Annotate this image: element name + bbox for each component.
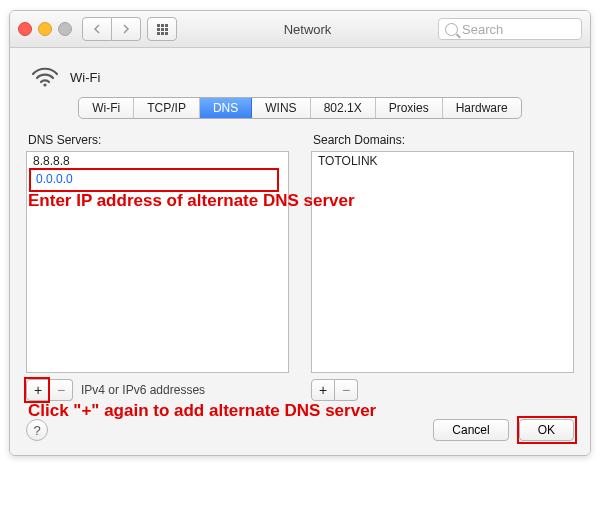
zoom-icon [58,22,72,36]
search-icon [445,23,458,36]
forward-button[interactable] [112,17,141,41]
cancel-button[interactable]: Cancel [433,419,508,441]
dns-server-row[interactable]: 8.8.8.8 [27,152,288,170]
annotation-click-add: Click "+" again to add alternate DNS ser… [28,401,376,421]
add-dns-button[interactable]: + [26,379,50,401]
window-title: Network [177,22,438,37]
footer: ? Cancel OK [26,419,574,441]
dns-servers-column: DNS Servers: 8.8.8.8 0.0.0.0 + − IPv4 or… [26,133,289,401]
network-preferences-window: Network Search Wi-Fi Wi-Fi TCP/IP DNS WI… [9,10,591,456]
remove-dns-button[interactable]: − [50,379,73,401]
wifi-icon [30,64,60,91]
dns-server-editing[interactable]: 0.0.0.0 [30,170,282,188]
dns-servers-label: DNS Servers: [28,133,289,147]
tab-8021x[interactable]: 802.1X [311,98,376,118]
close-icon[interactable] [18,22,32,36]
annotation-enter-ip: Enter IP address of alternate DNS server [28,191,355,211]
search-placeholder: Search [462,22,503,37]
minimize-icon[interactable] [38,22,52,36]
search-domains-column: Search Domains: TOTOLINK + − [311,133,574,401]
search-domain-row[interactable]: TOTOLINK [312,152,573,170]
tabbar: Wi-Fi TCP/IP DNS WINS 802.1X Proxies Har… [26,97,574,119]
dns-servers-list[interactable]: 8.8.8.8 0.0.0.0 [26,151,289,373]
tab-dns[interactable]: DNS [200,98,252,118]
remove-domain-button[interactable]: − [335,379,358,401]
tab-wins[interactable]: WINS [252,98,310,118]
tab-hardware[interactable]: Hardware [443,98,521,118]
nav-back-forward [82,17,141,41]
tab-proxies[interactable]: Proxies [376,98,443,118]
interface-name: Wi-Fi [70,70,100,85]
help-button[interactable]: ? [26,419,48,441]
add-domain-button[interactable]: + [311,379,335,401]
preferences-body: Wi-Fi Wi-Fi TCP/IP DNS WINS 802.1X Proxi… [10,48,590,455]
ok-button[interactable]: OK [519,419,574,441]
show-all-button[interactable] [147,17,177,41]
window-controls [18,22,72,36]
dns-hint: IPv4 or IPv6 addresses [81,383,205,397]
back-button[interactable] [82,17,112,41]
search-field[interactable]: Search [438,18,582,40]
titlebar: Network Search [10,11,590,48]
interface-header: Wi-Fi [30,64,574,91]
grid-icon [157,24,168,35]
svg-point-0 [43,83,46,86]
search-domains-list[interactable]: TOTOLINK [311,151,574,373]
tab-wifi[interactable]: Wi-Fi [79,98,134,118]
search-domains-label: Search Domains: [313,133,574,147]
tab-tcpip[interactable]: TCP/IP [134,98,200,118]
